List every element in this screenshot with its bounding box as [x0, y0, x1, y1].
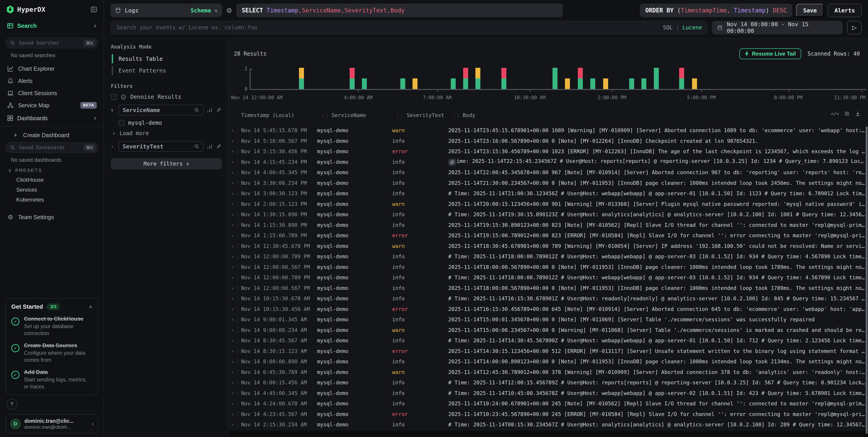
row-expand-chevron-icon[interactable]: › [228, 306, 238, 312]
row-expand-chevron-icon[interactable]: › [228, 128, 238, 133]
row-expand-chevron-icon[interactable]: › [228, 149, 238, 154]
get-started-step[interactable]: ✓ Add Data Start sending logs, metrics, … [11, 369, 92, 390]
row-expand-chevron-icon[interactable]: › [228, 380, 238, 385]
pin-icon[interactable] [216, 143, 222, 149]
get-started-step[interactable]: ✓ Connect to ClickHouse Set up your data… [11, 316, 92, 337]
row-expand-chevron-icon[interactable]: › [228, 264, 238, 270]
get-started-step[interactable]: ✓ Create Data Sources Configure where yo… [11, 342, 92, 364]
log-table-row[interactable]: ›Nov 14 9:00:01.345 AMmysql-demoinfo2025… [228, 314, 868, 325]
search-input[interactable] [116, 24, 659, 31]
row-expand-chevron-icon[interactable]: › [228, 422, 238, 427]
saved-searches-field[interactable] [18, 40, 81, 46]
alerts-button[interactable]: Alerts [828, 4, 862, 17]
resume-live-tail-button[interactable]: Resume Live Tail [739, 48, 801, 59]
column-header-body[interactable]: ⋮⋮Body [452, 112, 868, 118]
log-table-row[interactable]: ›Nov 14 4:00:45.345 PMmysql-demoinfo2025… [228, 167, 868, 178]
chevron-up-icon[interactable]: ∧ [93, 23, 97, 29]
chart-plot-area[interactable] [250, 63, 867, 90]
histogram-bar[interactable] [553, 68, 557, 89]
vertical-scrollbar[interactable] [866, 127, 868, 434]
log-table-row[interactable]: ›Nov 14 10:15:30.678 AMmysql-demoinfo# T… [228, 293, 868, 304]
sidebar-item-chart-explorer[interactable]: Chart Explorer [5, 63, 98, 75]
code-view-icon[interactable]: </> [831, 111, 839, 116]
histogram-bar[interactable] [590, 78, 595, 89]
saved-searches-input[interactable]: ⌘K [5, 37, 98, 48]
sidebar-item-team-settings[interactable]: ⚙ Team Settings [5, 211, 98, 223]
user-menu[interactable]: D dominic.tran@clic... dominic.tran@clic… [5, 414, 98, 433]
preset-services[interactable]: Services [5, 185, 98, 195]
log-table-row[interactable]: ›Nov 14 9:00:00.234 AMmysql-demowarn2025… [228, 325, 868, 336]
histogram-bar[interactable] [654, 68, 659, 89]
sidebar-collapse-icon[interactable] [90, 6, 97, 13]
source-select[interactable]: Logs Schema ⇅ [111, 4, 222, 17]
row-expand-chevron-icon[interactable]: › [228, 243, 238, 249]
row-expand-chevron-icon[interactable]: › [228, 327, 238, 333]
horizontal-scrollbar[interactable] [228, 431, 868, 437]
download-icon[interactable] [855, 111, 861, 116]
column-header-timestamp[interactable]: Timestamp (Local) [241, 112, 321, 118]
drag-handle-icon[interactable]: ⋮⋮ [321, 113, 329, 118]
histogram-bar[interactable] [463, 68, 468, 89]
pin-icon[interactable] [216, 107, 222, 113]
chevron-down-icon[interactable]: ∨ [111, 107, 115, 113]
drag-handle-icon[interactable]: ⋮⋮ [452, 113, 461, 118]
chevron-up-icon[interactable]: ∧ [93, 115, 97, 121]
preset-clickhouse[interactable]: ClickHouse [5, 175, 98, 185]
histogram-bar[interactable] [412, 78, 417, 89]
log-table-row[interactable]: ›Nov 14 12:00:00.567 PMmysql-demoinfo202… [228, 262, 868, 272]
log-table-row[interactable]: ›Nov 14 10:15:30.456 AMmysql-demoerror20… [228, 304, 868, 314]
log-table-row[interactable]: ›Nov 14 6:45:30.789 AMmysql-demowarn2025… [228, 367, 868, 377]
query-settings-gear-icon[interactable]: ⚙ [226, 6, 233, 14]
run-query-button[interactable]: ▷ [847, 21, 862, 34]
log-table-row[interactable]: ›Nov 14 5:16:00.567 PMmysql-demoinfo2025… [228, 136, 868, 146]
log-table-row[interactable]: ›Nov 14 4:23:45.567 AMmysql-demoerror202… [228, 409, 868, 419]
row-expand-chevron-icon[interactable]: › [228, 411, 238, 417]
column-header-servicename[interactable]: ⋮⋮ServiceName [321, 112, 396, 118]
row-expand-chevron-icon[interactable]: › [228, 348, 238, 354]
row-expand-chevron-icon[interactable]: › [228, 391, 238, 396]
histogram-bar[interactable] [565, 78, 570, 89]
mode-event-patterns[interactable]: Event Patterns [112, 66, 222, 75]
log-table-row[interactable]: ›Nov 14 3:30:00.234 PMmysql-demoinfo2025… [228, 178, 868, 189]
histogram-bar[interactable] [641, 78, 646, 89]
copy-body-button[interactable] [448, 159, 456, 166]
facet-chart-icon[interactable] [207, 107, 213, 113]
histogram-bar[interactable] [350, 68, 354, 89]
histogram-bar[interactable] [692, 78, 697, 89]
log-table-row[interactable]: ›Nov 14 6:00:15.456 AMmysql-demoinfo# Ti… [228, 377, 868, 388]
facet-search-box[interactable]: ServiceName [119, 105, 204, 115]
log-table-row[interactable]: ›Nov 14 12:00:00.567 PMmysql-demoinfo202… [228, 283, 868, 294]
mode-sql[interactable]: SQL [663, 24, 673, 31]
facet-search-box[interactable]: SeverityText [119, 141, 204, 152]
row-expand-chevron-icon[interactable]: › [228, 275, 238, 280]
denoise-checkbox[interactable] [111, 94, 117, 100]
log-table-row[interactable]: ›Nov 14 1:15:30.890 PMmysql-demoinfo2025… [228, 220, 868, 231]
histogram-bar[interactable] [578, 68, 583, 89]
log-table-row[interactable]: ›Nov 14 1:30:15.890 PMmysql-demoinfo# Ti… [228, 209, 868, 220]
row-expand-chevron-icon[interactable]: › [228, 338, 238, 343]
row-expand-chevron-icon[interactable]: › [228, 191, 238, 196]
histogram-bar[interactable] [400, 78, 405, 89]
select-clause-input[interactable]: SELECT Timestamp,ServiceName,SeverityTex… [236, 4, 563, 17]
histogram-bar[interactable] [501, 68, 506, 89]
facet-chart-icon[interactable] [207, 143, 213, 149]
facet-value-label[interactable]: mysql-demo [128, 120, 162, 126]
row-expand-chevron-icon[interactable]: › [228, 317, 238, 322]
saved-dashboards-field[interactable] [18, 144, 81, 151]
log-table-row[interactable]: ›Nov 14 8:30:45.567 AMmysql-demoinfo# Ti… [228, 335, 868, 346]
save-button[interactable]: Save [796, 4, 824, 17]
histogram-bar[interactable] [603, 78, 608, 89]
facet-value-checkbox[interactable] [119, 120, 124, 126]
log-table-row[interactable]: ›Nov 14 4:15:45.234 PMmysql-demoinfoime:… [228, 157, 868, 167]
drag-handle-icon[interactable]: ⋮⋮ [396, 113, 404, 118]
row-expand-chevron-icon[interactable]: › [228, 285, 238, 291]
row-expand-chevron-icon[interactable]: › [228, 233, 238, 238]
help-button[interactable]: ? [6, 399, 17, 410]
row-expand-chevron-icon[interactable]: › [228, 254, 238, 259]
create-dashboard-button[interactable]: + Create Dashboard [5, 129, 98, 141]
row-expand-chevron-icon[interactable]: › [228, 180, 238, 186]
histogram-bar[interactable] [362, 78, 367, 89]
chevron-up-icon[interactable]: ∧ [89, 304, 92, 309]
log-table-row[interactable]: ›Nov 14 1:15:00.789 PMmysql-demoerror202… [228, 230, 868, 241]
log-table-row[interactable]: ›Nov 14 4:24:00.678 AMmysql-demoinfo2025… [228, 398, 868, 409]
